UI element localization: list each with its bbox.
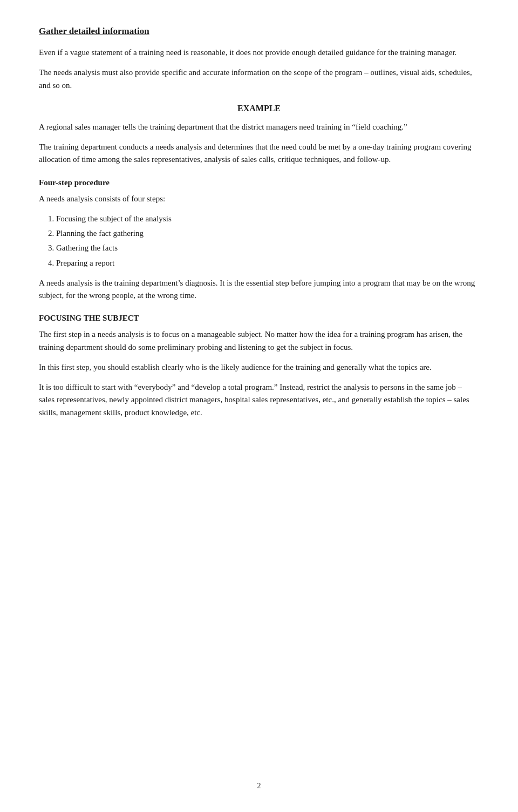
focusing-paragraph-3: It is too difficult to start with “every… (39, 381, 479, 419)
paragraph-2: The needs analysis must also provide spe… (39, 66, 479, 92)
example-heading: EXAMPLE (39, 104, 479, 113)
page: Gather detailed information Even if a va… (0, 0, 518, 812)
page-title: Gather detailed information (39, 26, 479, 37)
example-paragraph-2: The training department conducts a needs… (39, 141, 479, 166)
four-step-heading: Four-step procedure (39, 178, 479, 187)
list-item: Focusing the subject of the analysis (56, 213, 479, 225)
list-item: Preparing a report (56, 257, 479, 269)
list-item: Gathering the facts (56, 242, 479, 254)
example-paragraph-1: A regional sales manager tells the train… (39, 121, 479, 133)
list-item: Planning the fact gathering (56, 227, 479, 240)
focusing-paragraph-1: The first step in a needs analysis is to… (39, 328, 479, 354)
focusing-paragraph-2: In this first step, you should establish… (39, 361, 479, 374)
paragraph-3: A needs analysis is the training departm… (39, 277, 479, 302)
steps-list: Focusing the subject of the analysis Pla… (56, 213, 479, 269)
page-number: 2 (257, 782, 261, 790)
focusing-heading: FOCUSING THE SUBJECT (39, 314, 479, 323)
paragraph-1: Even if a vague statement of a training … (39, 46, 479, 59)
four-step-intro: A needs analysis consists of four steps: (39, 193, 479, 205)
